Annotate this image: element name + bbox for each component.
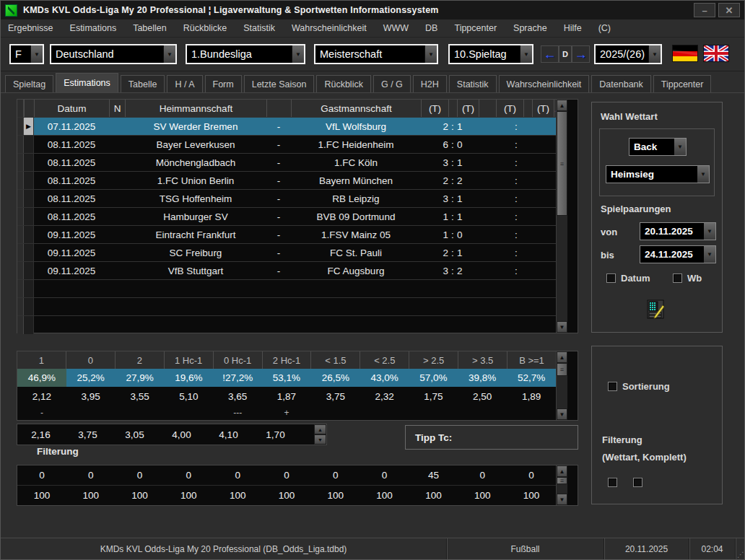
- column-header-n[interactable]: N: [109, 100, 125, 117]
- odds-col-2hc[interactable]: 2 Hc-1: [262, 351, 311, 369]
- odds-col-0[interactable]: 0: [66, 351, 115, 369]
- tab-wahrscheinlichkeit[interactable]: Wahrscheinlichkeit: [499, 75, 590, 92]
- menu-hilfe[interactable]: Hilfe: [564, 23, 582, 33]
- scroll-up-icon[interactable]: ▲: [557, 100, 567, 111]
- minimize-button[interactable]: –: [694, 3, 715, 17]
- sortierung-checkbox[interactable]: Sortierung: [608, 381, 670, 392]
- odds-col-1[interactable]: 1: [17, 351, 66, 369]
- match-row[interactable]: 09.11.2025 VfB Stuttgart - FC Augsburg 3…: [17, 262, 556, 280]
- chevron-down-icon[interactable]: ▼: [674, 139, 686, 155]
- menu-www[interactable]: WWW: [383, 23, 409, 33]
- match-row[interactable]: 08.11.2025 Mönchengladbach - 1.FC Köln 3…: [17, 154, 556, 172]
- chevron-down-icon[interactable]: ▼: [163, 45, 175, 63]
- quick-odds-row[interactable]: 2,16 3,75 3,05 4,00 4,10 1,70 ▲ ▼: [17, 424, 327, 445]
- scroll-down-icon[interactable]: ▼: [557, 321, 567, 333]
- odds-quote-row[interactable]: 2,12 3,95 3,55 5,10 3,65 1,87 3,75 2,32 …: [17, 387, 556, 406]
- tipp-tc-box[interactable]: Tipp Tc:: [405, 425, 578, 450]
- chevron-down-icon[interactable]: ▼: [520, 45, 532, 63]
- tab-h-a[interactable]: H / A: [167, 75, 202, 92]
- match-row[interactable]: ▶ 07.11.2025 SV Werder Bremen - VfL Wolf…: [17, 118, 556, 136]
- chevron-down-icon[interactable]: ▼: [292, 45, 304, 63]
- column-header-t1[interactable]: (T): [421, 100, 448, 117]
- next-matchday-button[interactable]: →: [572, 45, 590, 63]
- menu-statistik[interactable]: Statistik: [243, 23, 275, 33]
- country-combo[interactable]: Deutschland ▼: [50, 44, 177, 64]
- checkbox-icon[interactable]: [633, 478, 642, 487]
- column-header-datum[interactable]: Datum: [34, 100, 109, 117]
- tab-statistik[interactable]: Statistik: [449, 75, 497, 92]
- tab-spieltag[interactable]: Spieltag: [5, 75, 53, 92]
- menu-wahrscheinlichkeit[interactable]: Wahrscheinlichkeit: [292, 23, 367, 33]
- menu-copyright[interactable]: (C): [598, 23, 611, 33]
- odds-spinner[interactable]: ▲ ▼: [314, 424, 326, 445]
- tab-tabelle[interactable]: Tabelle: [121, 75, 165, 92]
- datum-checkbox[interactable]: Datum: [606, 273, 650, 284]
- scroll-up-icon[interactable]: ▲: [557, 465, 567, 477]
- bis-date-combo[interactable]: 24.11.2025 ▼: [640, 245, 716, 263]
- match-row[interactable]: 08.11.2025 1.FC Union Berlin - Bayern Mü…: [17, 172, 556, 190]
- menu-ergebnisse[interactable]: Ergebnisse: [8, 23, 53, 33]
- menu-sprache[interactable]: Sprache: [513, 23, 547, 33]
- prev-matchday-button[interactable]: ←: [541, 45, 559, 63]
- scrollbar-thumb[interactable]: ≡: [557, 111, 567, 216]
- flag-germany-icon[interactable]: [672, 45, 698, 62]
- checkbox-icon[interactable]: [608, 478, 617, 487]
- close-button[interactable]: ✕: [718, 3, 740, 17]
- filter-scrollbar[interactable]: ▲ ≡ ▼: [556, 465, 567, 505]
- odds-col-0hc[interactable]: 0 Hc-1: [213, 351, 262, 369]
- tab-datenbank[interactable]: Datenbank: [591, 75, 650, 92]
- sport-combo[interactable]: F ▼: [9, 44, 44, 64]
- chevron-down-icon[interactable]: ▼: [704, 246, 715, 263]
- odds-col-u25[interactable]: < 2.5: [360, 351, 409, 369]
- match-row[interactable]: 08.11.2025 Bayer Leverkusen - 1.FC Heide…: [17, 136, 556, 154]
- odds-col-u15[interactable]: < 1.5: [310, 351, 360, 369]
- odds-col-o25[interactable]: > 2.5: [409, 351, 458, 369]
- matchday-combo[interactable]: 10.Spieltag ▼: [448, 44, 533, 64]
- checkbox-icon[interactable]: [673, 274, 682, 283]
- back-lay-combo[interactable]: Back ▼: [629, 138, 687, 156]
- tab-letzte-saison[interactable]: Letzte Saison: [244, 75, 315, 92]
- calculator-edit-icon[interactable]: [645, 299, 667, 320]
- competition-combo[interactable]: Meisterschaft ▼: [314, 44, 438, 64]
- column-header-heimmannschaft[interactable]: Heimmannschaft: [125, 100, 266, 117]
- column-header-t3[interactable]: (T): [496, 100, 523, 117]
- wb-checkbox[interactable]: Wb: [673, 273, 702, 284]
- odds-percent-row[interactable]: 46,9% 25,2% 27,9% 19,6% !27,2% 53,1% 26,…: [17, 369, 556, 387]
- menu-tippcenter[interactable]: Tippcenter: [454, 23, 497, 33]
- spin-down-icon[interactable]: ▼: [314, 434, 326, 445]
- menu-tabellen[interactable]: Tabellen: [133, 23, 167, 33]
- match-table-scrollbar[interactable]: ▲ ≡ ▼: [556, 100, 567, 333]
- menu-db[interactable]: DB: [425, 23, 437, 33]
- tab-h2h[interactable]: H2H: [413, 75, 447, 92]
- filter-min-row[interactable]: 0 0 0 0 0 0 0 0 45 0 0: [17, 465, 556, 486]
- chevron-down-icon[interactable]: ▼: [704, 223, 715, 240]
- chevron-down-icon[interactable]: ▼: [648, 45, 661, 63]
- menu-estimations[interactable]: Estimations: [70, 23, 117, 33]
- scrollbar-thumb[interactable]: ≡: [557, 477, 567, 484]
- tab-estimations[interactable]: Estimations: [56, 73, 118, 92]
- checkbox-icon[interactable]: [606, 274, 616, 283]
- league-combo[interactable]: 1.Bundesliga ▼: [186, 44, 305, 64]
- spin-up-icon[interactable]: ▲: [314, 424, 326, 434]
- match-row[interactable]: 08.11.2025 TSG Hoffenheim - RB Leipzig 3…: [17, 190, 556, 208]
- scroll-down-icon[interactable]: ▼: [557, 494, 567, 505]
- filter-komplett-checkbox[interactable]: [633, 478, 642, 487]
- filter-max-row[interactable]: 100 100 100 100 100 100 100 100 100 100 …: [17, 486, 556, 505]
- chevron-down-icon[interactable]: ▼: [30, 45, 43, 63]
- scrollbar-thumb[interactable]: ≡: [557, 363, 567, 376]
- menu-rueckblicke[interactable]: Rückblicke: [183, 23, 227, 33]
- tab-rueckblick[interactable]: Rückblick: [316, 75, 371, 92]
- column-header-gastmannschaft[interactable]: Gastmannschaft: [291, 100, 421, 117]
- odds-col-b1[interactable]: B >=1: [507, 351, 556, 369]
- column-header-t2[interactable]: (T): [457, 100, 479, 117]
- tab-g-g[interactable]: G / G: [373, 75, 411, 92]
- chevron-down-icon[interactable]: ▼: [424, 45, 437, 63]
- scroll-down-icon[interactable]: ▼: [557, 408, 567, 420]
- chevron-down-icon[interactable]: ▼: [697, 166, 709, 183]
- filter-wettart-checkbox[interactable]: [608, 478, 617, 487]
- season-combo[interactable]: 2025/(26) ▼: [594, 44, 662, 64]
- match-row[interactable]: 08.11.2025 Hamburger SV - BVB 09 Dortmun…: [17, 208, 556, 226]
- column-header-t4[interactable]: (T): [532, 100, 554, 117]
- odds-col-1hc[interactable]: 1 Hc-1: [164, 351, 213, 369]
- match-row[interactable]: 09.11.2025 Eintracht Frankfurt - 1.FSV M…: [17, 226, 556, 244]
